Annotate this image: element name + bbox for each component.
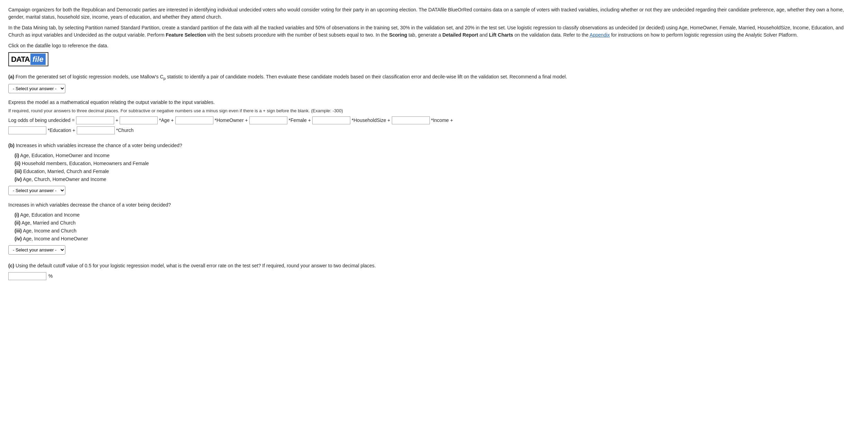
eq-coef6-input[interactable] <box>8 126 46 134</box>
click-instruction: Click on the datafile logo to reference … <box>8 42 860 49</box>
choices-increase-list: (i) Age, Education, HomeOwner and Income… <box>15 152 860 183</box>
part-b-select-increase[interactable]: - Select your answer - Option i Option i… <box>8 186 65 195</box>
intro-paragraph-2: In the Data Mining tab, by selecting Par… <box>8 24 860 39</box>
eq-church-label: *Church <box>116 127 134 134</box>
list-item: (i) Age, Education, HomeOwner and Income <box>15 152 860 159</box>
eq-householdsize-label: *HouseholdSize + <box>352 117 390 124</box>
list-item: (ii) Household members, Education, Homeo… <box>15 160 860 167</box>
part-a-select-wrapper: - Select your answer - Option i Option i… <box>8 84 860 93</box>
eq-coef5-input[interactable] <box>392 116 430 124</box>
list-item: (iv) Age, Income and HomeOwner <box>15 235 860 242</box>
part-b-decrease-block: Increases in which variables decrease th… <box>8 201 860 255</box>
intro-paragraph-1: Campaign organizers for both the Republi… <box>8 6 860 21</box>
part-c-input-wrapper: % <box>8 272 860 280</box>
list-item: (ii) Age, Married and Church <box>15 219 860 227</box>
part-a-question: (a) From the generated set of logistic r… <box>8 73 860 81</box>
datafile-logo[interactable]: DATAfile <box>8 52 48 66</box>
equation-row-1: Log odds of being undecided = + *Age + *… <box>8 116 860 124</box>
eq-homeowner-label: *HomeOwner + <box>215 117 248 124</box>
round-note: If required, round your answers to three… <box>8 107 860 114</box>
eq-coef2-input[interactable] <box>175 116 213 124</box>
part-c-percent-input[interactable] <box>8 272 46 280</box>
part-b-select-increase-wrapper: - Select your answer - Option i Option i… <box>8 186 860 195</box>
eq-coef7-input[interactable] <box>77 126 115 134</box>
part-b-select-decrease[interactable]: - Select your answer - Option i Option i… <box>8 245 65 255</box>
express-label: Express the model as a mathematical equa… <box>8 99 860 106</box>
eq-intercept-input[interactable] <box>76 116 114 124</box>
eq-income-label: *Income + <box>431 117 453 124</box>
list-item: (iv) Age, Church, HomeOwner and Income <box>15 176 860 183</box>
part-a-select[interactable]: - Select your answer - Option i Option i… <box>8 84 65 93</box>
eq-coef4-input[interactable] <box>312 116 350 124</box>
percent-symbol: % <box>48 273 53 280</box>
part-c-question: (c) Using the default cutoff value of 0.… <box>8 262 860 269</box>
appendix-link[interactable]: Appendix <box>590 32 610 38</box>
eq-age-label: *Age + <box>159 117 174 124</box>
eq-plus1: + <box>116 117 118 124</box>
part-b-select-decrease-wrapper: - Select your answer - Option i Option i… <box>8 245 860 255</box>
logo-file-text: file <box>30 54 46 65</box>
equation-row-2: *Education + *Church <box>8 126 860 134</box>
part-b-question-increase: (b) Increases in which variables increas… <box>8 142 860 149</box>
logo-data-text: DATA <box>11 54 30 65</box>
choices-decrease-list: (i) Age, Education and Income (ii) Age, … <box>15 211 860 242</box>
part-b-question-decrease: Increases in which variables decrease th… <box>8 201 860 209</box>
eq-education-label: *Education + <box>48 127 75 134</box>
eq-coef1-input[interactable] <box>120 116 158 124</box>
part-c-section: (c) Using the default cutoff value of 0.… <box>8 262 860 280</box>
express-model-section: Express the model as a mathematical equa… <box>8 99 860 134</box>
equation-label: Log odds of being undecided = <box>8 117 75 124</box>
list-item: (iii) Age, Income and Church <box>15 227 860 235</box>
eq-coef3-input[interactable] <box>249 116 287 124</box>
eq-female-label: *Female + <box>289 117 311 124</box>
part-b-section: (b) Increases in which variables increas… <box>8 142 860 255</box>
part-a-section: (a) From the generated set of logistic r… <box>8 73 860 134</box>
list-item: (iii) Education, Married, Church and Fem… <box>15 168 860 175</box>
list-item: (i) Age, Education and Income <box>15 211 860 219</box>
